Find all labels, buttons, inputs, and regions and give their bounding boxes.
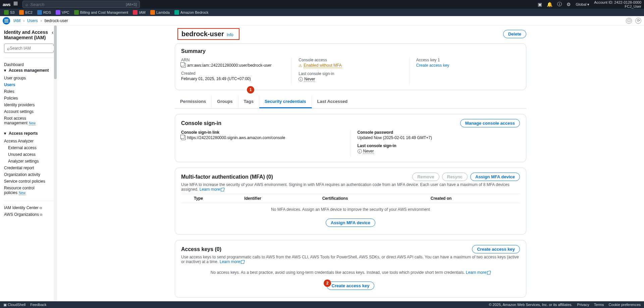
account-user: FCJ_User [594, 4, 641, 8]
tab-last-accessed[interactable]: Last Accessed [312, 96, 353, 108]
main-content: bedrock-user Info Delete Summary ARN arn… [57, 25, 644, 301]
nav-identity-providers[interactable]: Identity providers [4, 102, 54, 108]
external-link-icon: ⧉ [40, 213, 42, 217]
mfa-col-identifier: Identifier [241, 194, 319, 203]
sidebar-scrollbar[interactable] [54, 25, 57, 301]
learn-more-link[interactable]: Learn more [466, 270, 490, 275]
nav-unused-access[interactable]: Unused access [4, 151, 54, 158]
chevron-right-icon: › [23, 18, 24, 23]
nav-policies[interactable]: Policies [4, 95, 54, 102]
mfa-desc: Use MFA to increase the security of your… [181, 182, 509, 192]
nav-rcp[interactable]: Resource control policiesNew [4, 185, 54, 196]
console-access-value[interactable]: Enabled without MFA [304, 63, 341, 68]
tabs: Permissions Groups Tags Security credent… [175, 96, 526, 109]
nav-aws-orgs[interactable]: AWS Organizations⧉ [4, 211, 54, 218]
copy-icon[interactable] [181, 135, 186, 140]
nav-group-access-reports[interactable]: Access reports [4, 131, 54, 136]
crumb-users[interactable]: Users [27, 18, 38, 23]
svc-billing[interactable]: Billing and Cost Management [73, 9, 130, 15]
svc-s3[interactable]: S3 [3, 9, 16, 15]
nav-analyzer-settings[interactable]: Analyzer settings [4, 158, 54, 165]
signin-link-label: Console sign-in link [181, 130, 344, 135]
svc-iam[interactable]: IAM [131, 9, 147, 15]
arn-value: arn:aws:iam::242201280000:user/bedrock-u… [187, 63, 271, 68]
nav-root-access[interactable]: Root access managementNew [4, 115, 54, 126]
help-icon[interactable]: ⓘ [557, 1, 562, 7]
external-link-icon [221, 188, 224, 191]
warning-icon: ⚠ [299, 63, 302, 68]
sidebar-toggle-icon[interactable] [3, 17, 10, 24]
global-search[interactable]: ⌕ [Alt+S] [22, 1, 140, 8]
help-panel-icon[interactable]: ⓘ [626, 18, 632, 24]
breadcrumb-bar: IAM › Users › bedrock-user ⓘ ⟳ [0, 16, 644, 25]
breadcrumb: IAM › Users › bedrock-user [13, 18, 68, 23]
nav-iam-identity-center[interactable]: IAM Identity Center⧉ [4, 204, 54, 211]
chevron-right-icon: › [41, 18, 42, 23]
tab-security-credentials[interactable]: Security credentials [259, 96, 312, 108]
console-access-label: Console access [299, 58, 402, 62]
mfa-empty-text: No MFA devices. Assign an MFA device to … [181, 203, 520, 216]
create-access-key-link[interactable]: Create access key [416, 63, 449, 68]
signin-link-value: https://242201280000.signin.aws.amazon.c… [187, 135, 285, 140]
info-link[interactable]: Info [227, 33, 233, 37]
nav-roles[interactable]: Roles [4, 88, 54, 95]
nav-dashboard[interactable]: Dashboard [4, 61, 54, 68]
iam-search-input[interactable] [10, 46, 54, 51]
settings-icon[interactable]: ⚙ [567, 2, 571, 7]
search-icon: ⌕ [7, 46, 10, 51]
sidebar-title: Identity and Access Management (IAM)‹ [4, 29, 54, 40]
mfa-col-created: Created on [428, 194, 520, 203]
copy-icon[interactable] [181, 63, 186, 68]
nav-credential-report[interactable]: Credential report [4, 165, 54, 171]
create-access-key-button[interactable]: Create access key [472, 245, 520, 253]
created-label: Created [181, 71, 285, 76]
svc-lambda[interactable]: Lambda [149, 9, 171, 15]
nav-users[interactable]: Users [4, 81, 54, 88]
iam-search[interactable]: ⌕ [4, 44, 54, 53]
nav-user-groups[interactable]: User groups [4, 75, 54, 81]
last-signin-label: Last console sign-in [299, 71, 402, 76]
tab-permissions[interactable]: Permissions [175, 96, 212, 108]
svc-ec2[interactable]: EC2 [18, 9, 34, 15]
tab-tags[interactable]: Tags [238, 96, 259, 108]
account-menu[interactable]: Account ID: 2422-0128-0000 FCJ_User [594, 0, 641, 8]
annotation-badge-1: 1 [247, 86, 254, 94]
access-keys-heading: Access keys (0) [181, 246, 221, 252]
console-signin-heading: Console sign-in [181, 120, 221, 126]
learn-more-link[interactable]: Learn more [220, 259, 244, 264]
nav-org-activity[interactable]: Organization activity [4, 171, 54, 178]
cloudshell-top-icon[interactable]: ▣ [538, 2, 542, 7]
notifications-icon[interactable]: 🔔 [547, 2, 552, 7]
mfa-heading: Multi-factor authentication (MFA) (0) [181, 174, 273, 180]
delete-button[interactable]: Delete [503, 30, 526, 38]
nav-account-settings[interactable]: Account settings [4, 108, 54, 115]
sidebar: Identity and Access Management (IAM)‹ ⌕ … [0, 25, 54, 301]
create-access-key-button-2[interactable]: Create access key [327, 282, 375, 290]
refresh-icon[interactable]: ⟳ [635, 18, 641, 24]
nav-external-access[interactable]: External access [4, 144, 54, 151]
external-link-icon [487, 271, 490, 274]
services-grid-icon[interactable] [14, 2, 19, 7]
mfa-col-type: Type [191, 194, 241, 203]
crumb-iam[interactable]: IAM [13, 18, 20, 23]
access-keys-empty: No access keys. As a best practice, avoi… [211, 270, 465, 275]
region-selector[interactable]: Global ▾ [576, 2, 589, 7]
top-nav: aws ⌕ [Alt+S] ▣ 🔔 ⓘ ⚙ Global ▾ Account I… [0, 0, 644, 9]
mfa-assign-button[interactable]: Assign MFA device [470, 173, 520, 181]
search-shortcut: [Alt+S] [126, 2, 137, 6]
manage-console-access-button[interactable]: Manage console access [460, 119, 520, 127]
aws-logo[interactable]: aws [3, 2, 10, 7]
last-signin-value2: Never [363, 149, 374, 154]
console-password-label: Console password [358, 130, 520, 135]
nav-group-access-mgmt[interactable]: Access management [4, 68, 54, 73]
info-circle-icon: i [358, 149, 362, 153]
svc-rds[interactable]: RDS [36, 9, 52, 15]
nav-access-analyzer[interactable]: Access Analyzer [4, 138, 54, 144]
mfa-assign-button-2[interactable]: Assign MFA device [326, 219, 375, 227]
learn-more-link[interactable]: Learn more [200, 187, 224, 192]
svc-bedrock[interactable]: Amazon Bedrock [173, 9, 210, 15]
tab-groups[interactable]: Groups [212, 96, 238, 108]
svc-vpc[interactable]: VPC [54, 9, 71, 15]
nav-scp[interactable]: Service control policies [4, 178, 54, 185]
search-input[interactable] [30, 2, 126, 7]
